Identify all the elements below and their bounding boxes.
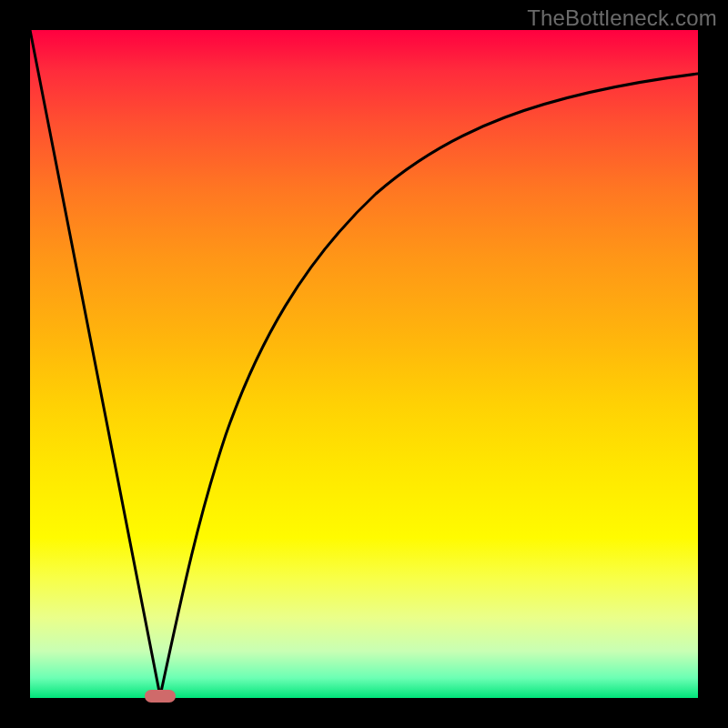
optimal-point-marker bbox=[145, 690, 176, 703]
curve-left-branch bbox=[30, 30, 160, 696]
bottleneck-curve bbox=[30, 30, 698, 698]
chart-frame: TheBottleneck.com bbox=[0, 0, 728, 728]
curve-right-branch bbox=[160, 74, 698, 696]
watermark-text: TheBottleneck.com bbox=[527, 5, 717, 31]
plot-area bbox=[30, 30, 698, 698]
